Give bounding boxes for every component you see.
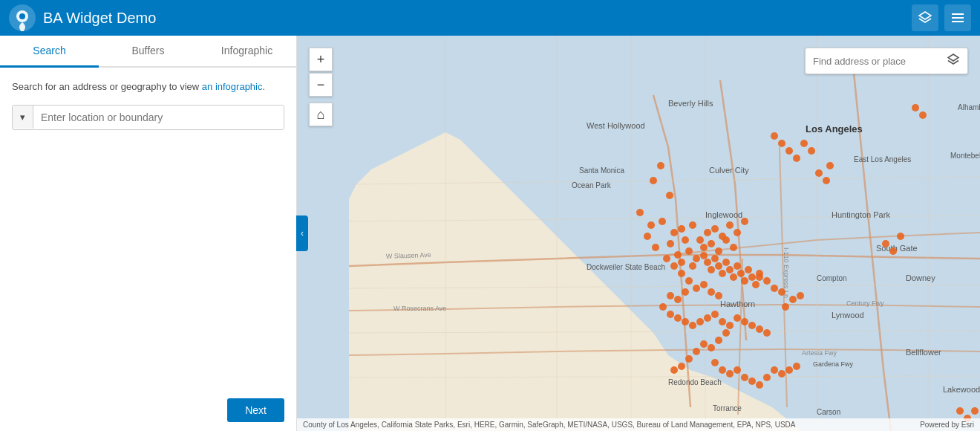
search-type-dropdown[interactable]: ▾ xyxy=(13,106,33,129)
svg-point-105 xyxy=(696,318,704,325)
map-layers-icon xyxy=(947,53,960,66)
svg-point-67 xyxy=(737,270,745,277)
home-icon: ⌂ xyxy=(317,107,325,123)
svg-point-109 xyxy=(726,322,734,329)
svg-point-107 xyxy=(711,311,719,318)
zoom-in-button[interactable]: + xyxy=(309,48,333,71)
svg-point-113 xyxy=(756,325,763,333)
svg-point-108 xyxy=(719,318,726,325)
svg-point-64 xyxy=(726,266,734,273)
svg-text:Century Fwy: Century Fwy xyxy=(846,299,884,307)
menu-button[interactable] xyxy=(944,4,971,31)
svg-point-58 xyxy=(704,259,711,266)
map-search-input[interactable] xyxy=(813,56,947,67)
svg-text:Hawthorn: Hawthorn xyxy=(720,299,755,308)
tab-buffers[interactable]: Buffers xyxy=(99,36,197,68)
svg-text:Alhambra: Alhambra xyxy=(958,103,980,111)
svg-point-133 xyxy=(785,366,793,374)
svg-point-143 xyxy=(823,177,830,184)
svg-point-51 xyxy=(667,240,674,247)
tab-search[interactable]: Search xyxy=(0,36,99,68)
main-content: Search Buffers Infographic Search for an… xyxy=(0,36,980,431)
svg-point-120 xyxy=(685,355,693,363)
svg-point-91 xyxy=(678,270,685,277)
layers-button[interactable] xyxy=(912,4,938,31)
svg-point-139 xyxy=(778,288,785,296)
svg-point-85 xyxy=(670,229,678,236)
attribution-text: County of Los Angeles, California State … xyxy=(303,421,795,429)
svg-point-99 xyxy=(667,292,674,299)
svg-point-88 xyxy=(689,221,696,229)
svg-point-43 xyxy=(657,162,664,169)
location-search-input[interactable] xyxy=(33,106,284,129)
tab-infographic[interactable]: Infographic xyxy=(197,36,296,68)
svg-point-52 xyxy=(674,251,682,259)
svg-point-48 xyxy=(659,218,666,225)
svg-point-132 xyxy=(778,370,785,377)
svg-point-135 xyxy=(782,303,789,311)
svg-point-84 xyxy=(741,218,748,225)
svg-point-140 xyxy=(763,277,771,285)
svg-text:Inglewood: Inglewood xyxy=(705,210,742,219)
svg-point-131 xyxy=(771,366,778,374)
svg-point-125 xyxy=(726,370,734,377)
svg-point-110 xyxy=(734,314,741,322)
dropdown-arrow-icon: ▾ xyxy=(20,111,25,123)
minus-icon: − xyxy=(317,77,325,93)
svg-text:Santa Monica: Santa Monica xyxy=(579,166,625,175)
svg-text:Beverly Hills: Beverly Hills xyxy=(668,99,713,108)
svg-point-116 xyxy=(715,337,722,344)
svg-text:Downey: Downey xyxy=(906,273,935,282)
svg-text:Artesia Fwy: Artesia Fwy xyxy=(802,349,837,357)
svg-text:Los Angeles: Los Angeles xyxy=(806,123,863,135)
svg-point-89 xyxy=(663,255,670,262)
svg-text:Huntington Park: Huntington Park xyxy=(832,210,890,219)
svg-point-95 xyxy=(708,288,715,296)
infographic-link[interactable]: an infographic xyxy=(202,81,263,92)
svg-point-80 xyxy=(711,225,719,233)
svg-point-78 xyxy=(696,236,704,244)
map-search-bar xyxy=(805,48,968,74)
svg-point-141 xyxy=(756,273,763,281)
svg-point-97 xyxy=(682,288,689,296)
svg-point-59 xyxy=(711,255,719,262)
svg-point-119 xyxy=(693,348,700,355)
svg-point-87 xyxy=(682,236,689,244)
app-title: BA Widget Demo xyxy=(43,10,912,27)
svg-point-112 xyxy=(748,322,756,329)
home-button[interactable]: ⌂ xyxy=(309,103,333,126)
svg-point-69 xyxy=(741,277,748,285)
svg-text:East Los Angeles: East Los Angeles xyxy=(854,155,911,163)
svg-point-117 xyxy=(708,344,715,351)
map-controls: + − ⌂ xyxy=(309,48,333,126)
svg-point-83 xyxy=(734,229,741,236)
map-search-button[interactable] xyxy=(947,53,960,69)
svg-point-138 xyxy=(771,285,778,292)
svg-text:Ocean Park: Ocean Park xyxy=(572,181,612,189)
svg-point-93 xyxy=(693,285,700,292)
svg-point-102 xyxy=(674,314,682,322)
svg-text:Compton: Compton xyxy=(817,274,847,282)
svg-point-146 xyxy=(919,111,927,119)
svg-point-90 xyxy=(670,262,678,270)
svg-point-163 xyxy=(793,155,800,162)
svg-point-158 xyxy=(971,407,979,415)
svg-text:Lakewood: Lakewood xyxy=(943,385,980,394)
svg-point-115 xyxy=(722,329,730,337)
svg-point-96 xyxy=(715,292,722,299)
svg-point-47 xyxy=(647,221,655,229)
next-button[interactable]: Next xyxy=(227,398,284,422)
svg-point-128 xyxy=(748,377,756,385)
svg-point-167 xyxy=(808,147,815,155)
svg-point-144 xyxy=(826,162,834,169)
svg-point-65 xyxy=(734,262,741,270)
svg-text:Torrance: Torrance xyxy=(713,404,742,412)
svg-point-49 xyxy=(644,233,651,240)
map-area[interactable]: West Hollywood Beverly Hills Santa Monic… xyxy=(297,36,980,431)
svg-text:Culver City: Culver City xyxy=(709,166,749,175)
zoom-out-button[interactable]: − xyxy=(309,73,333,97)
layers-icon xyxy=(918,10,932,25)
svg-point-166 xyxy=(800,140,808,147)
panel-collapse-button[interactable]: ‹ xyxy=(296,216,308,251)
svg-point-70 xyxy=(748,273,756,281)
